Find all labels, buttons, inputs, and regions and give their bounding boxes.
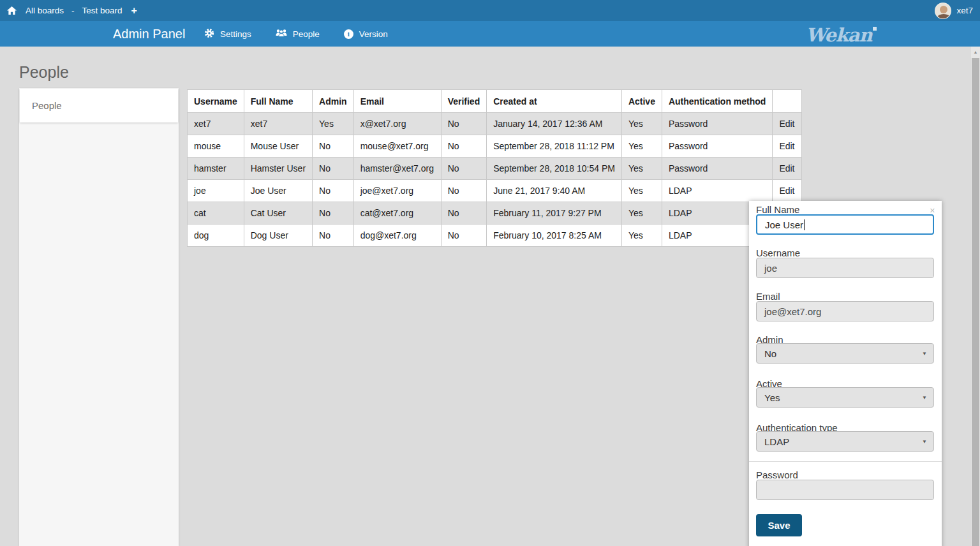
table-row: xet7 xet7 Yes x@xet7.org No January 14, … (188, 113, 802, 135)
gear-icon (204, 28, 214, 40)
chevron-down-icon: ▼ (922, 395, 927, 401)
email-input[interactable]: joe@xet7.org (756, 301, 934, 321)
cell-auth-method: Password (662, 158, 772, 180)
table-header-row: Username Full Name Admin Email Verified … (188, 90, 802, 113)
cell-email: dog@xet7.org (353, 225, 441, 247)
edit-user-link[interactable]: Edit (779, 141, 794, 151)
nav-people-label: People (293, 29, 320, 39)
active-select[interactable]: Yes ▼ (756, 387, 934, 408)
sidebar (19, 88, 179, 546)
breadcrumb-all-boards[interactable]: All boards (26, 6, 64, 15)
cell-active: Yes (621, 113, 662, 135)
full-name-label: Full Name (756, 204, 799, 215)
nav-version[interactable]: i Version (344, 29, 388, 39)
cell-admin: No (313, 225, 354, 247)
cell-admin: Yes (313, 113, 354, 135)
cell-admin: No (313, 135, 354, 158)
cell-full-name: Mouse User (244, 135, 312, 158)
scroll-up-icon[interactable]: ▲ (971, 47, 980, 54)
cell-full-name: xet7 (244, 113, 312, 135)
cell-auth-method: LDAP (662, 180, 772, 202)
page-scrollbar[interactable]: ▲ (971, 47, 980, 546)
top-bar: All boards - Test board + xet7 (0, 0, 980, 21)
cell-full-name: Joe User (244, 180, 312, 202)
logo-dot (873, 27, 877, 31)
table-row: joe Joe User No joe@xet7.org No June 21,… (188, 180, 802, 202)
password-label: Password (756, 469, 798, 480)
cell-created-at: September 28, 2018 11:12 PM (487, 135, 622, 158)
cell-created-at: February 10, 2017 8:25 AM (487, 225, 622, 247)
nav-people[interactable]: People (276, 28, 320, 40)
nav-settings-label: Settings (220, 29, 251, 39)
wekan-logo: Wekan (806, 22, 872, 48)
auth-type-select[interactable]: LDAP ▼ (756, 431, 934, 452)
edit-user-link[interactable]: Edit (779, 119, 794, 129)
cell-username: hamster (188, 158, 244, 180)
scrollbar-thumb[interactable] (972, 58, 979, 546)
info-icon: i (344, 29, 353, 39)
col-auth-method: Authentication method (662, 90, 772, 113)
admin-header: Admin Panel Settings (0, 21, 980, 47)
breadcrumb: All boards - Test board + (7, 5, 137, 17)
sidebar-item-people[interactable]: People (20, 89, 178, 122)
cell-verified: No (441, 202, 487, 225)
cell-username: xet7 (188, 113, 244, 135)
cell-full-name: Hamster User (244, 158, 312, 180)
text-caret (804, 219, 805, 230)
chevron-down-icon: ▼ (922, 439, 927, 445)
cell-admin: No (313, 202, 354, 225)
home-icon[interactable] (7, 6, 17, 15)
cell-full-name: Cat User (244, 202, 312, 225)
password-input[interactable] (756, 480, 934, 500)
cell-username: cat (188, 202, 244, 225)
cell-created-at: September 28, 2018 10:54 PM (487, 158, 622, 180)
col-username: Username (188, 90, 244, 113)
avatar[interactable] (935, 3, 951, 19)
cell-admin: No (313, 180, 354, 202)
cell-verified: No (441, 113, 487, 135)
cell-email: cat@xet7.org (353, 202, 441, 225)
cell-auth-method: Password (662, 135, 772, 158)
save-button[interactable]: Save (756, 514, 802, 536)
cell-verified: No (441, 158, 487, 180)
cell-active: Yes (621, 202, 662, 225)
email-label: Email (756, 291, 780, 302)
col-actions (773, 90, 801, 113)
cell-active: Yes (621, 180, 662, 202)
sidebar-item-label: People (32, 100, 62, 111)
breadcrumb-board[interactable]: Test board (82, 6, 122, 15)
people-icon (276, 28, 287, 40)
cell-admin: No (313, 158, 354, 180)
people-table: Username Full Name Admin Email Verified … (187, 89, 802, 247)
full-name-input[interactable]: Joe User (756, 214, 934, 235)
username-input[interactable]: joe (756, 258, 934, 278)
wekan-admin-app: All boards - Test board + xet7 Admin Pan… (0, 0, 980, 546)
cell-active: Yes (621, 158, 662, 180)
nav-settings[interactable]: Settings (204, 28, 251, 40)
col-email: Email (353, 90, 441, 113)
col-active: Active (621, 90, 662, 113)
cell-username: joe (188, 180, 244, 202)
cell-full-name: Dog User (244, 225, 312, 247)
cell-verified: No (441, 180, 487, 202)
user-name: xet7 (956, 6, 973, 15)
cell-email: joe@xet7.org (353, 180, 441, 202)
admin-select[interactable]: No ▼ (756, 343, 934, 364)
chevron-down-icon: ▼ (922, 351, 927, 357)
user-menu[interactable]: xet7 (935, 3, 973, 19)
col-created-at: Created at (487, 90, 622, 113)
table-row: dog Dog User No dog@xet7.org No February… (188, 225, 802, 247)
add-board-icon[interactable]: + (131, 5, 137, 17)
cell-username: dog (188, 225, 244, 247)
col-admin: Admin (313, 90, 354, 113)
cell-created-at: February 11, 2017 9:27 PM (487, 202, 622, 225)
cell-email: x@xet7.org (353, 113, 441, 135)
nav-version-label: Version (359, 29, 388, 39)
cell-verified: No (441, 225, 487, 247)
edit-user-link[interactable]: Edit (779, 186, 794, 196)
admin-nav: Settings People i Version (204, 21, 388, 47)
cell-email: hamster@xet7.org (353, 158, 441, 180)
cell-active: Yes (621, 135, 662, 158)
edit-user-link[interactable]: Edit (779, 163, 794, 173)
table-row: hamster Hamster User No hamster@xet7.org… (188, 158, 802, 180)
